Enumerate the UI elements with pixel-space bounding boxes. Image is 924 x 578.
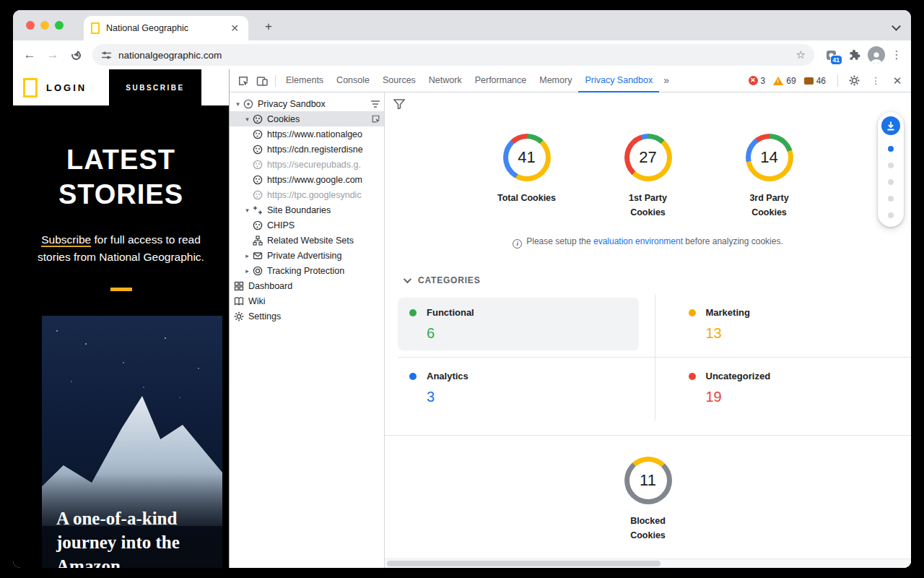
tree-item-origin[interactable]: https://tpc.googlesyndic: [230, 187, 384, 202]
devtools-menu-kebab-icon[interactable]: ⋮: [866, 72, 885, 90]
category-cell-marketing[interactable]: Marketing 13: [655, 294, 912, 358]
minimize-window-button[interactable]: [40, 21, 49, 30]
tab-memory[interactable]: Memory: [533, 69, 578, 92]
evaluation-environment-link[interactable]: evaluation environment: [593, 236, 683, 246]
tree-item-private-advertising[interactable]: ▸ Private Advertising: [230, 248, 384, 263]
tab-privacy-sandbox[interactable]: Privacy Sandbox: [578, 69, 659, 92]
expand-arrow-icon[interactable]: ▾: [243, 116, 252, 123]
tree-label: https://cdn.registerdisne: [267, 144, 363, 155]
tree-item-privacy-sandbox[interactable]: ▾ Privacy Sandbox: [230, 96, 384, 111]
devtools-status-area: ✕ 3 69 46: [749, 72, 907, 90]
category-cell-uncategorized[interactable]: Uncategorized 19: [655, 358, 912, 420]
browser-menu-kebab-icon[interactable]: ⋮: [889, 48, 904, 61]
site-settings-icon[interactable]: [101, 50, 112, 61]
tree-item-wiki[interactable]: Wiki: [230, 293, 384, 309]
forward-button[interactable]: →: [43, 46, 62, 64]
donut-chart: 27: [624, 134, 672, 181]
extensions-menu-button[interactable]: [845, 46, 863, 64]
subscribe-inline-link[interactable]: Subscribe: [41, 233, 91, 247]
device-toolbar-icon: [256, 75, 268, 87]
issues-counter[interactable]: 46: [804, 76, 826, 86]
tab-network[interactable]: Network: [422, 69, 468, 92]
profile-avatar[interactable]: [868, 46, 885, 64]
scroll-dot[interactable]: [888, 196, 894, 202]
devtools-settings-button[interactable]: [845, 72, 863, 90]
devtools-close-button[interactable]: ✕: [888, 72, 907, 90]
expand-arrow-icon[interactable]: ▾: [243, 207, 252, 214]
categories-grid: Functional 6 Marketing 1: [398, 294, 911, 420]
tree-label: Private Advertising: [267, 251, 342, 261]
tree-item-origin[interactable]: https://cdn.registerdisne: [230, 142, 384, 157]
tab-title: National Geographic: [106, 23, 228, 33]
collapse-arrow-icon[interactable]: ▸: [243, 252, 252, 259]
close-window-button[interactable]: [26, 21, 35, 30]
maximize-window-button[interactable]: [55, 21, 64, 30]
pinned-extension-button[interactable]: 41: [821, 46, 840, 64]
filter-button[interactable]: [393, 99, 405, 109]
site-boundaries-icon: [252, 204, 263, 216]
scroll-dot[interactable]: [888, 179, 894, 185]
scroll-dot-active[interactable]: [888, 146, 894, 152]
back-button[interactable]: ←: [20, 46, 39, 64]
url-text[interactable]: nationalgeographic.com: [118, 50, 790, 61]
tree-item-chips[interactable]: CHIPS: [230, 217, 384, 233]
warning-count: 69: [786, 76, 796, 86]
more-tabs-button[interactable]: »: [659, 69, 674, 92]
reload-button[interactable]: [66, 46, 85, 64]
browser-tab[interactable]: National Geographic ✕: [84, 16, 248, 40]
tree-label: Related Website Sets: [267, 236, 354, 246]
gear-icon: [849, 75, 860, 86]
hero-story-title[interactable]: A one-of-a-kind journey into the Amazon: [56, 506, 214, 568]
login-link[interactable]: LOGIN: [46, 82, 87, 93]
tree-label: https://www.nationalgeo: [267, 129, 362, 139]
category-cell-functional[interactable]: Functional 6: [398, 294, 655, 358]
warning-icon: [773, 77, 783, 85]
expand-arrow-icon[interactable]: ▾: [233, 100, 243, 108]
tab-elements[interactable]: Elements: [279, 69, 330, 92]
tree-item-tracking-protection[interactable]: ▸ Tracking Protection: [230, 263, 384, 278]
inspect-element-button[interactable]: [234, 72, 253, 90]
tree-item-cookies[interactable]: ▾ Cookies: [230, 111, 384, 126]
hero-story-card[interactable]: A one-of-a-kind journey into the Amazon: [42, 316, 222, 568]
device-toolbar-button[interactable]: [253, 72, 271, 90]
category-cell-analytics[interactable]: Analytics 3: [398, 358, 655, 420]
cookie-icon: [252, 113, 263, 125]
issues-icon: [804, 77, 814, 85]
tree-item-dashboard[interactable]: Dashboard: [230, 278, 384, 293]
tree-item-origin[interactable]: https://securepubads.g.: [230, 157, 384, 172]
yellow-divider: [110, 288, 132, 291]
download-report-button[interactable]: [881, 116, 900, 135]
gear-icon: [233, 311, 245, 322]
cookies-inspect-icon[interactable]: [371, 114, 380, 124]
traffic-lights: [26, 21, 64, 30]
tab-console[interactable]: Console: [330, 69, 376, 92]
error-counter[interactable]: ✕ 3: [749, 76, 766, 86]
tree-menu-button[interactable]: [370, 100, 380, 108]
tree-item-related-website-sets[interactable]: Related Website Sets: [230, 233, 384, 248]
tree-item-origin[interactable]: https://www.nationalgeo: [230, 126, 384, 142]
tree-label: Wiki: [248, 296, 266, 306]
horizontal-scrollbar[interactable]: [385, 558, 911, 568]
tree-item-site-boundaries[interactable]: ▾ Site Boundaries: [230, 202, 384, 217]
subscribe-button[interactable]: SUBSCRIBE: [109, 69, 201, 105]
scrollbar-thumb[interactable]: [387, 561, 661, 566]
dashboard-icon: [233, 280, 245, 292]
cookie-icon: [252, 220, 263, 231]
subscribe-promo-text: Subscribe for full access to read storie…: [26, 231, 217, 266]
natgeo-logo[interactable]: [23, 78, 38, 98]
scroll-dot[interactable]: [888, 163, 894, 168]
bookmark-star-icon[interactable]: ☆: [796, 48, 806, 61]
tab-performance[interactable]: Performance: [468, 69, 533, 92]
warning-counter[interactable]: 69: [773, 76, 796, 86]
address-bar[interactable]: nationalgeographic.com ☆: [92, 44, 814, 66]
tree-item-origin[interactable]: https://www.google.com: [230, 172, 384, 187]
tab-search-chevron-icon[interactable]: [892, 22, 901, 31]
tab-sources[interactable]: Sources: [376, 69, 422, 92]
donut-chart: 11: [624, 457, 672, 504]
scroll-dot[interactable]: [888, 212, 894, 218]
tree-item-settings[interactable]: Settings: [230, 309, 384, 324]
collapse-arrow-icon[interactable]: ▸: [243, 267, 252, 275]
tab-close-icon[interactable]: ✕: [228, 22, 241, 34]
categories-section-header[interactable]: CATEGORIES: [404, 275, 911, 285]
new-tab-button[interactable]: +: [261, 20, 276, 34]
